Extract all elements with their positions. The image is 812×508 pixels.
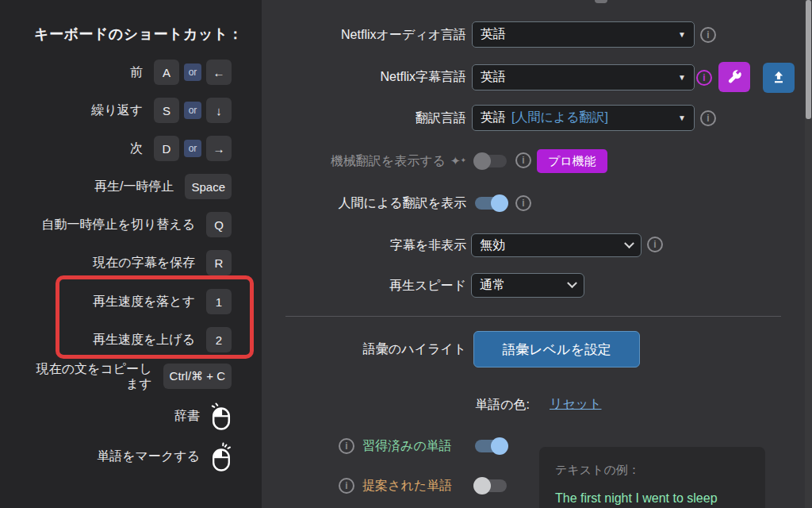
key-badge-arrow-right: → xyxy=(206,136,232,161)
or-badge: or xyxy=(184,102,201,119)
section-divider xyxy=(285,316,781,317)
human-translation-label: 人間による翻訳を表示 xyxy=(262,192,466,214)
shortcut-label: 現在の字幕を保存 xyxy=(93,255,195,271)
shortcut-row-copy-sentence: 現在の文をコピーします Ctrl/⌘ + C xyxy=(25,359,232,394)
set-vocab-level-button[interactable]: 語彙レベルを設定 xyxy=(473,331,640,368)
vocab-highlight-label: 語彙のハイライト xyxy=(262,331,466,368)
human-translation-toggle[interactable] xyxy=(473,194,508,213)
cut-off-element xyxy=(595,0,607,3)
shortcut-label: 繰り返す xyxy=(91,102,143,119)
playback-speed-select[interactable]: 通常 xyxy=(471,273,584,298)
dropdown-arrow-icon: ▼ xyxy=(678,114,686,122)
keyboard-shortcuts-panel: キーボードのショートカット： 前 A or ← 繰り返す S or ↓ 次 D … xyxy=(0,0,262,508)
row-hide-subtitles: 字幕を非表示 無効 i xyxy=(262,233,805,257)
chevron-down-icon xyxy=(624,238,634,248)
key-badge: R xyxy=(206,250,232,275)
info-icon[interactable]: i xyxy=(339,478,354,494)
audio-language-select[interactable]: 英語 ▼ xyxy=(472,21,695,48)
row-vocab-highlight: 語彙のハイライト 語彙レベルを設定 xyxy=(262,331,805,368)
info-icon[interactable]: i xyxy=(700,27,716,43)
info-icon[interactable]: i xyxy=(700,110,716,126)
key-badge: A xyxy=(154,60,179,85)
word-color-label: 単語の色: xyxy=(262,396,530,414)
shortcuts-title: キーボードのショートカット： xyxy=(34,25,243,44)
info-icon-highlighted[interactable]: i xyxy=(696,70,712,86)
key-badge: 1 xyxy=(206,289,232,314)
subtitle-language-label: Netflix字幕言語 xyxy=(262,64,466,90)
audio-language-label: Netflixオーディオ言語 xyxy=(262,21,466,48)
playback-speed-label: 再生スピード xyxy=(262,273,466,298)
shortcut-label: 再生速度を落とす xyxy=(93,294,195,310)
audio-language-value: 英語 xyxy=(481,26,506,43)
or-badge: or xyxy=(184,64,201,81)
shortcut-row-next: 次 D or → xyxy=(130,136,232,161)
playback-speed-value: 通常 xyxy=(480,277,505,294)
sparkle-small-icon: ✦ xyxy=(460,156,466,164)
key-badge: 2 xyxy=(206,327,232,352)
sparkle-icon: ✦ xyxy=(450,154,461,167)
row-audio-language: Netflixオーディオ言語 英語 ▼ i xyxy=(262,21,805,48)
dropdown-arrow-icon: ▼ xyxy=(678,30,686,39)
mouse-left-click-icon xyxy=(211,402,232,431)
info-icon[interactable]: i xyxy=(647,237,663,252)
shortcut-label: 次 xyxy=(130,140,143,157)
text-example-box: テキストの例： The first night I went to sleep … xyxy=(539,447,765,508)
machine-translation-label: 機械翻訳を表示する✦✦ xyxy=(262,148,466,173)
scrollbar-thumb[interactable] xyxy=(806,0,811,119)
known-words-toggle[interactable] xyxy=(473,437,508,456)
text-example-title: テキストの例： xyxy=(555,463,749,478)
row-machine-translation: 機械翻訳を表示する✦✦ i プロ機能 xyxy=(262,148,805,173)
dropdown-arrow-icon: ▼ xyxy=(678,73,686,82)
suggested-words-label: 提案された単語 xyxy=(362,475,452,497)
info-icon[interactable]: i xyxy=(339,438,354,454)
row-playback-speed: 再生スピード 通常 xyxy=(262,273,805,298)
shortcut-label: 辞書 xyxy=(174,408,200,425)
shortcut-row-auto-pause: 自動一時停止を切り替える Q xyxy=(42,212,232,237)
translation-type-tag: [人間による翻訳] xyxy=(511,110,608,126)
shortcut-label: 再生速度を上げる xyxy=(93,332,195,348)
info-icon[interactable]: i xyxy=(515,195,531,211)
hide-subtitles-value: 無効 xyxy=(480,237,505,254)
translation-language-label: 翻訳言語 xyxy=(262,105,466,131)
shortcut-label: 自動一時停止を切り替える xyxy=(42,217,196,233)
row-word-color: 単語の色: リセット xyxy=(262,396,805,414)
key-badge-space: Space xyxy=(185,174,232,199)
key-badge: Q xyxy=(206,212,232,237)
mouse-right-click-icon xyxy=(211,441,232,472)
shortcut-row-mark-word: 単語をマークする xyxy=(97,440,232,473)
shortcut-label: 再生/一時停止 xyxy=(94,179,174,195)
row-subtitle-language: Netflix字幕言語 英語 ▼ i xyxy=(262,64,805,94)
shortcut-row-save-subtitle: 現在の字幕を保存 R xyxy=(93,250,232,275)
or-badge: or xyxy=(184,140,201,157)
scrollbar-track[interactable] xyxy=(805,0,812,508)
key-badge-arrow-left: ← xyxy=(206,60,232,85)
translation-language-select[interactable]: 英語 [人間による翻訳] ▼ xyxy=(472,105,695,131)
key-badge: D xyxy=(154,136,179,161)
pro-feature-button[interactable]: プロ機能 xyxy=(537,149,607,173)
info-icon[interactable]: i xyxy=(515,152,531,168)
row-human-translation: 人間による翻訳を表示 i xyxy=(262,192,805,214)
key-badge-ctrl-c: Ctrl/⌘ + C xyxy=(163,364,232,389)
translation-language-value: 英語 xyxy=(481,110,506,126)
shortcut-row-dictionary: 辞書 xyxy=(174,400,232,432)
shortcut-row-previous: 前 A or ← xyxy=(130,60,232,85)
row-translation-language: 翻訳言語 英語 [人間による翻訳] ▼ i xyxy=(262,105,805,131)
shortcut-label: 単語をマークする xyxy=(97,448,200,465)
chevron-down-icon xyxy=(567,278,577,288)
subtitle-language-select[interactable]: 英語 ▼ xyxy=(472,64,695,90)
wrench-icon xyxy=(726,68,743,86)
shortcut-row-speed-up: 再生速度を上げる 2 xyxy=(93,327,232,352)
known-words-label: 習得済みの単語 xyxy=(362,435,452,457)
subtitle-settings-button[interactable] xyxy=(718,62,750,92)
shortcut-row-repeat: 繰り返す S or ↓ xyxy=(91,98,232,123)
hide-subtitles-select[interactable]: 無効 xyxy=(471,233,642,257)
shortcut-row-play-pause: 再生/一時停止 Space xyxy=(94,174,232,199)
machine-translation-toggle[interactable] xyxy=(473,152,508,171)
reset-word-colors-link[interactable]: リセット xyxy=(550,396,602,413)
key-badge: S xyxy=(154,98,179,123)
upload-subtitle-button[interactable] xyxy=(763,63,795,93)
subtitle-language-value: 英語 xyxy=(481,69,506,86)
shortcut-label: 現在の文をコピーします xyxy=(25,361,152,391)
example-line-1: The first night I went to sleep xyxy=(555,488,749,508)
suggested-words-toggle[interactable] xyxy=(473,476,508,495)
